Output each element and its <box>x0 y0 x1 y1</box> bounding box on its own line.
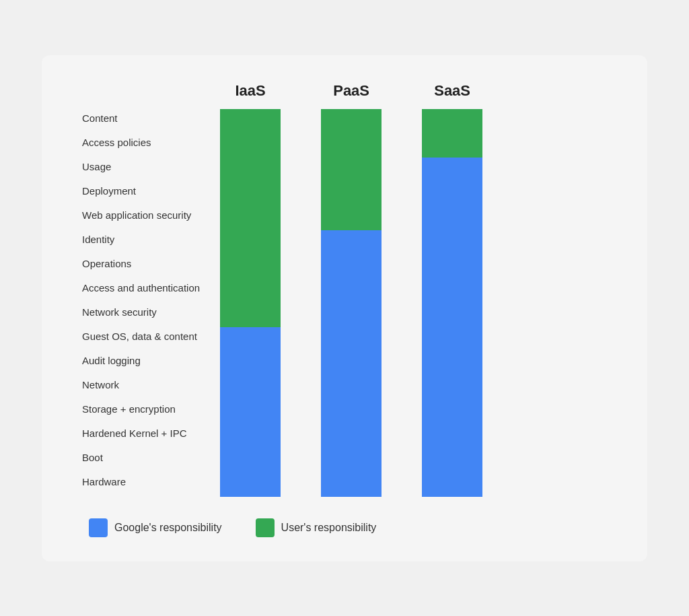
iaas-blue-segment <box>220 327 281 497</box>
paas-bar <box>321 109 382 497</box>
saas-blue-segment <box>422 158 482 497</box>
bars-area: IaaS PaaS SaaS <box>220 82 607 497</box>
label-hardened-kernel: Hardened Kernel + IPC <box>82 421 200 446</box>
user-legend-item: User's responsibility <box>256 518 377 537</box>
google-legend-box <box>89 518 108 537</box>
saas-title: SaaS <box>434 82 470 100</box>
iaas-bar <box>220 109 281 497</box>
legend: Google's responsibility User's responsib… <box>82 518 607 537</box>
user-legend-box <box>256 518 275 537</box>
label-boot: Boot <box>82 446 200 470</box>
label-audit-logging: Audit logging <box>82 349 200 373</box>
label-content: Content <box>82 106 200 131</box>
label-storage-encryption: Storage + encryption <box>82 397 200 421</box>
label-usage: Usage <box>82 155 200 179</box>
label-identity: Identity <box>82 228 200 252</box>
paas-title: PaaS <box>333 82 369 100</box>
saas-bar-group: SaaS <box>422 82 482 497</box>
label-guest-os: Guest OS, data & content <box>82 324 200 349</box>
label-operations: Operations <box>82 252 200 276</box>
label-hardware: Hardware <box>82 470 200 494</box>
google-legend-item: Google's responsibility <box>89 518 222 537</box>
labels-column: Content Access policies Usage Deployment… <box>82 82 200 494</box>
label-deployment: Deployment <box>82 179 200 203</box>
paas-bar-group: PaaS <box>321 82 382 497</box>
google-legend-label: Google's responsibility <box>114 522 222 534</box>
user-legend-label: User's responsibility <box>281 522 377 534</box>
saas-green-segment <box>422 109 482 158</box>
label-web-app-security: Web application security <box>82 203 200 228</box>
chart-card: Content Access policies Usage Deployment… <box>42 55 647 561</box>
label-access-auth: Access and authentication <box>82 276 200 300</box>
chart-area: Content Access policies Usage Deployment… <box>82 82 607 497</box>
label-network-security: Network security <box>82 300 200 324</box>
paas-blue-segment <box>321 230 382 497</box>
iaas-bar-group: IaaS <box>220 82 281 497</box>
iaas-title: IaaS <box>235 82 265 100</box>
label-network: Network <box>82 373 200 397</box>
label-access-policies: Access policies <box>82 131 200 155</box>
paas-green-segment <box>321 109 382 230</box>
saas-bar <box>422 109 482 497</box>
iaas-green-segment <box>220 109 281 327</box>
